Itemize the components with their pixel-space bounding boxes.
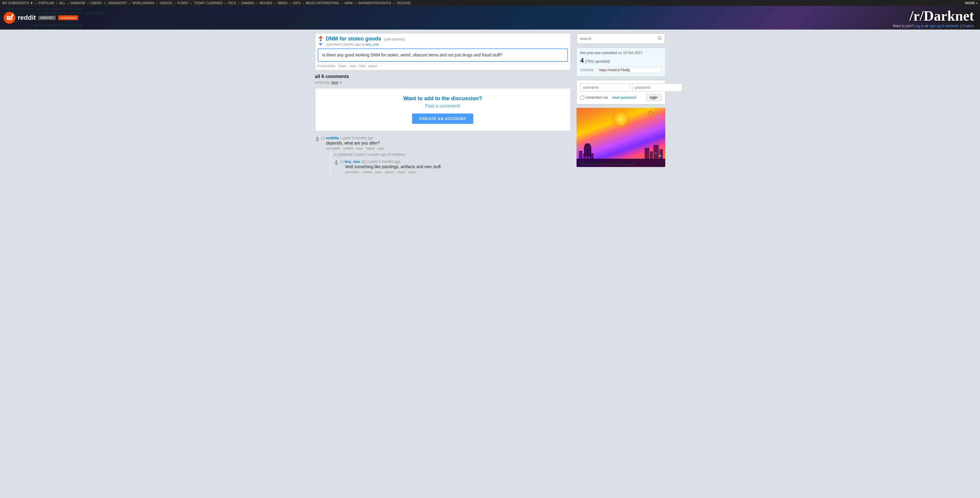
comment-permalink[interactable]: permalink [326, 147, 340, 150]
comment-meta: [-] exzibita 1 point 3 months ago [321, 136, 571, 140]
nav-news[interactable]: NEWS [278, 1, 288, 5]
nav-askreddit[interactable]: ASKREDDIT [108, 1, 127, 5]
image-sphere-2 [656, 115, 659, 119]
language-link[interactable]: English [963, 24, 974, 28]
signup-link[interactable]: sign up in seconds [929, 24, 958, 28]
nav-popular[interactable]: POPULAR [38, 1, 54, 5]
post-actions: 6 comments share save hide report [318, 64, 568, 68]
shortlink-input[interactable] [597, 67, 662, 73]
main-container: 4 DNM for stolen goods (self.darknet) su… [313, 30, 668, 183]
svg-rect-7 [12, 15, 13, 17]
comment-actions: permalink embed save report reply [321, 147, 571, 150]
comments-badge: comments [58, 15, 78, 20]
reply-author[interactable]: tery_mac [345, 160, 360, 164]
deleted-comment-item: [+] [deleted] 1 point 3 months ago (3 ch… [334, 152, 571, 157]
nested-comments: [+] [deleted] 1 point 3 months ago (3 ch… [331, 152, 571, 174]
reply-time: 3 months ago [379, 160, 401, 164]
post-header: 4 DNM for stolen goods (self.darknet) su… [318, 36, 568, 46]
nav-funny[interactable]: FUNNY [177, 1, 188, 5]
image-sphere-1 [648, 111, 654, 117]
nav-todayilearned[interactable]: TODAY I LEARNED [194, 1, 223, 5]
create-account-button[interactable]: CREATE AN ACCOUNT [412, 114, 474, 124]
post-save-link[interactable]: save [349, 64, 356, 68]
post-share-link[interactable]: share [338, 64, 347, 68]
nav-gifs[interactable]: GIFS [293, 1, 301, 5]
login-box: remember me reset password login [577, 80, 665, 104]
password-field[interactable] [632, 83, 682, 92]
login-cta-subtitle: Post a comment! [323, 103, 563, 109]
sidebar-image-caption: r/ImaginaryColorScapes [579, 160, 663, 165]
nav-aww[interactable]: AWW [345, 1, 353, 5]
image-dot-2 [655, 152, 656, 154]
nav-pics[interactable]: PICS [228, 1, 236, 5]
nav-gaming[interactable]: GAMING [241, 1, 255, 5]
reply-comment-row: [-] tery_mac [S] 1 point 3 months ago We… [334, 160, 571, 174]
comment-embed[interactable]: embed [343, 147, 353, 150]
comment-content: [-] exzibita 1 point 3 months ago depend… [321, 136, 571, 177]
post-info-upvote-pct: (75% upvoted) [585, 59, 610, 63]
reset-password-link[interactable]: reset password [612, 95, 636, 100]
nav-televisi[interactable]: TELEVISI [396, 1, 410, 5]
reply-downvote[interactable] [335, 163, 338, 165]
search-input[interactable] [577, 34, 655, 43]
nav-more[interactable]: MORE » [965, 1, 978, 5]
sort-best-link[interactable]: best [332, 80, 339, 84]
comment-reply[interactable]: reply [377, 147, 385, 150]
sidebar-image[interactable]: r/ImaginaryColorScapes [576, 108, 665, 167]
nav-all[interactable]: ALL [59, 1, 65, 5]
shortlink-label: shortlink: [581, 68, 595, 72]
comment-upvote[interactable] [316, 136, 319, 139]
reply-content: [-] tery_mac [S] 1 point 3 months ago We… [340, 160, 571, 174]
upvote-arrow[interactable] [318, 36, 323, 38]
comment-downvote[interactable] [316, 140, 319, 141]
reply-upvote[interactable] [335, 160, 338, 162]
reply-vote-col [334, 160, 339, 165]
reply-reply[interactable]: reply [409, 170, 415, 174]
my-subreddits-link[interactable]: MY SUBREDDITS ▼ [2, 1, 33, 5]
sidebar: this post was submitted on 15 Oct 2017 4… [576, 33, 665, 180]
reply-collapse[interactable]: [-] [340, 160, 344, 164]
post-info-points-row: 4 (75% upvoted) [581, 57, 662, 64]
building-7 [654, 145, 659, 160]
reply-embed[interactable]: embed [362, 170, 372, 174]
nav-worldnews[interactable]: WORLDNEWS [132, 1, 154, 5]
image-sun [614, 112, 627, 125]
building-1 [579, 151, 582, 160]
reply-permalink[interactable]: permalink [345, 170, 360, 174]
content-area: 4 DNM for stolen goods (self.darknet) su… [315, 33, 571, 180]
post-report-link[interactable]: report [368, 64, 377, 68]
reply-parent[interactable]: parent [385, 170, 394, 174]
nav-showerthoughts[interactable]: SHOWERTHOUGHTS [358, 1, 391, 5]
nav-random[interactable]: RANDOM [71, 1, 85, 5]
top-nav: MY SUBREDDITS ▼ – POPULAR – ALL – RANDOM… [0, 0, 980, 6]
search-button[interactable] [655, 34, 665, 43]
reply-report[interactable]: report [397, 170, 406, 174]
post-title[interactable]: DNM for stolen goods [326, 36, 381, 42]
post-hide-link[interactable]: hide [359, 64, 365, 68]
comment-collapse[interactable]: [-] [321, 136, 325, 140]
login-box-container: remember me reset password login [576, 80, 665, 104]
nav-mildlyinteresting[interactable]: MILDLYINTERESTING [306, 1, 339, 5]
reply-body: Well something like paintings, artifacts… [340, 164, 571, 169]
username-field[interactable] [581, 83, 630, 92]
comment-time: 3 months ago [352, 136, 373, 140]
comment-save[interactable]: save [356, 147, 363, 150]
comment-author[interactable]: exzibita [326, 136, 339, 140]
remember-me-checkbox[interactable] [581, 96, 584, 100]
post-title-section: DNM for stolen goods (self.darknet) subm… [326, 36, 568, 46]
nav-videos[interactable]: VIDEOS [160, 1, 172, 5]
post-comments-link[interactable]: 6 comments [318, 64, 336, 68]
remember-me-label: remember me [586, 95, 608, 100]
comment-report[interactable]: report [366, 147, 374, 150]
login-remember-row: remember me reset password login [581, 94, 662, 101]
reply-save[interactable]: save [375, 170, 382, 174]
login-link[interactable]: Log in [914, 24, 924, 28]
darknet-badge: DARKNET [38, 16, 56, 20]
nav-movies[interactable]: MOVIES [260, 1, 272, 5]
building-8 [659, 149, 663, 160]
login-button[interactable]: login [646, 94, 661, 101]
downvote-arrow[interactable] [318, 43, 323, 46]
post-author[interactable]: tery_mac [366, 43, 379, 46]
post-info-box: this post was submitted on 15 Oct 2017 4… [576, 48, 665, 76]
nav-users[interactable]: USERS [91, 1, 102, 5]
